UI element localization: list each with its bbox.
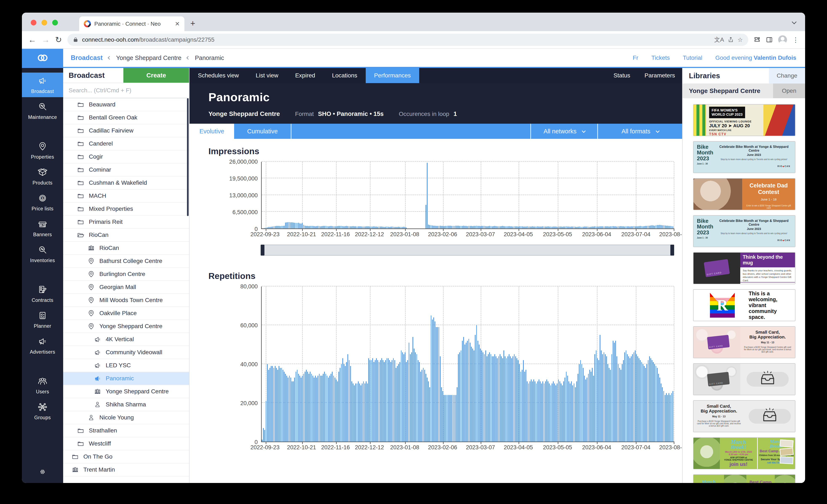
window-controls[interactable] (31, 20, 58, 25)
settings-button[interactable] (22, 467, 63, 478)
library-thumbnail-fifa-1[interactable]: FIFA WOMEN'SWORLD CUP 2023 OFFICIAL VIEW… (693, 104, 795, 136)
tree-item-trent-martin[interactable]: Trent Martin (63, 463, 189, 477)
forward-button[interactable]: → (42, 35, 50, 44)
tree-item-beauward[interactable]: Beauward (63, 98, 189, 111)
rail-item-price-lists[interactable]: $ Price lists (22, 190, 63, 215)
library-thumbnail-march-camp-11[interactable]: MarchBreak! Best CampAround! March 13th … (693, 474, 795, 483)
button-parameters[interactable]: Parameters (637, 68, 682, 83)
tree-item-panoramic[interactable]: Panoramic (63, 372, 189, 385)
tree-item-georgian-mall[interactable]: Georgian Mall (63, 281, 189, 294)
tickets-link[interactable]: Tickets (651, 54, 670, 61)
rail-item-advertisers[interactable]: Advertisers (22, 333, 63, 358)
tree-item-cadillac-fairview[interactable]: Cadillac Fairview (63, 124, 189, 137)
tree-item-westcliff[interactable]: Westcliff (63, 437, 189, 450)
new-tab-button[interactable]: + (190, 19, 195, 28)
bookmark-star-icon[interactable]: ☆ (737, 37, 743, 43)
rail-item-products[interactable]: Products (22, 164, 63, 189)
tree-item-led-ysc[interactable]: LED YSC (63, 359, 189, 372)
minimize-window-button[interactable] (42, 20, 47, 25)
tree-item-burlington-centre[interactable]: Burlington Centre (63, 268, 189, 281)
tree-item-cominar[interactable]: Cominar (63, 163, 189, 176)
rail-item-properties[interactable]: Properties (22, 138, 63, 163)
tree-item-oakville-place[interactable]: Oakville Place (63, 307, 189, 320)
translate-icon[interactable]: 文A (714, 36, 724, 44)
create-button[interactable]: Create (124, 68, 189, 83)
rail-item-planner[interactable]: Planner (22, 307, 63, 332)
profile-avatar[interactable] (778, 35, 787, 44)
library-thumbnail-mug-5[interactable]: GIFT CARD Think beyond the mugSay thanks… (693, 252, 795, 284)
networks-filter-dropdown[interactable]: All networks (531, 124, 598, 139)
tree-item-cogir[interactable]: Cogir (63, 151, 189, 163)
share-icon[interactable] (728, 37, 734, 43)
rail-item-contracts[interactable]: Contracts (22, 281, 63, 306)
tree-item-canderel[interactable]: Canderel (63, 137, 189, 151)
tree-item-nicole-young[interactable]: Nicole Young (63, 411, 189, 424)
breadcrumb-campaign[interactable]: Panoramic (195, 54, 224, 61)
tree-scrollbar[interactable] (187, 98, 189, 216)
side-panel-icon[interactable] (766, 37, 773, 43)
tree-item-mach[interactable]: MACH (63, 189, 189, 203)
tree-item-yonge-sheppard-centre[interactable]: Yonge Sheppard Centre (63, 385, 189, 398)
breadcrumb-property[interactable]: Yonge Sheppard Centre (116, 54, 182, 61)
tree-item-cushman-wakefield[interactable]: Cushman & Wakefield (63, 176, 189, 189)
reload-button[interactable]: ↻ (55, 35, 62, 44)
neo-connect-logo[interactable] (22, 49, 63, 67)
library-thumbnail-bike-2[interactable]: BikeMonth2023 June 1 - 30 Celebrate Bike… (693, 141, 795, 173)
tutorial-link[interactable]: Tutorial (683, 54, 702, 61)
tab-schedules-view[interactable]: Schedules view (190, 68, 247, 83)
language-toggle-link[interactable]: Fr (633, 54, 638, 61)
tab-list-view[interactable]: List view (247, 68, 287, 83)
tree-item-primaris-reit[interactable]: Primaris Reit (63, 216, 189, 229)
rail-item-groups[interactable]: Groups (22, 399, 63, 424)
rail-item-maintenance[interactable]: Maintenance (22, 99, 63, 123)
date-range-slider[interactable] (261, 245, 674, 256)
range-handle-right[interactable] (670, 245, 674, 256)
tab-cumulative[interactable]: Cumulative (234, 124, 291, 139)
tree-item-riocan[interactable]: RioCan (63, 229, 189, 242)
tree-item-4k-vertical[interactable]: 4K Vertical (63, 333, 189, 346)
tree-search-input[interactable] (63, 87, 189, 94)
formats-filter-dropdown[interactable]: All formats (598, 124, 682, 139)
library-thumbnail-card-pink-7[interactable]: GIFT CARDSmall Card,Big Appreciation. Ma… (693, 326, 795, 358)
tab-locations[interactable]: Locations (324, 68, 366, 83)
rail-item-inventories[interactable]: Inventories (22, 242, 63, 266)
library-thumbnail-march-join-10[interactable]: MarchBreak! March 13th to 17th, 20238:30… (693, 437, 795, 469)
open-library-button[interactable]: Open (773, 83, 805, 98)
tab-search-chevron-icon[interactable] (792, 19, 797, 24)
tree-item-bentall-green-oak[interactable]: Bentall Green Oak (63, 111, 189, 124)
back-button[interactable]: ← (28, 35, 36, 44)
browser-tab[interactable]: Panoramic · Connect · Neo ✕ (79, 16, 185, 31)
change-library-button[interactable]: Change (769, 68, 805, 83)
tree-item-yonge-sheppard-centre[interactable]: Yonge Sheppard Centre (63, 320, 189, 333)
library-thumbnail-bike-4[interactable]: BikeMonth2023 June 1 - 30 Celebrate Bike… (693, 215, 795, 247)
rail-item-broadcast[interactable]: Broadcast (22, 72, 63, 97)
range-handle-left[interactable] (261, 245, 264, 256)
library-thumbnail-dad-3[interactable]: Celebrate Dad ContestJune 1 - 18Enter to… (693, 178, 795, 210)
tree-item-bathurst-college-centre[interactable]: Bathurst College Centre (63, 255, 189, 268)
close-window-button[interactable] (31, 20, 37, 25)
tree-item-mixed-properties[interactable]: Mixed Properties (63, 203, 189, 216)
tree-item-shikha-sharma[interactable]: Shikha Sharma (63, 398, 189, 411)
tree-item-strathallen[interactable]: Strathallen (63, 424, 189, 437)
tree-item-riocan[interactable]: RioCan (63, 242, 189, 255)
tab-expired[interactable]: Expired (287, 68, 324, 83)
url-text[interactable]: connect.neo-ooh.com/broadcast/campaigns/… (82, 37, 710, 43)
tab-performances[interactable]: Performances (366, 68, 419, 83)
library-thumbnail-card-gray-8[interactable]: GIFT CARD (693, 363, 795, 395)
extensions-puzzle-icon[interactable] (754, 37, 761, 43)
library-thumbnail-card-gray-text-9[interactable]: Small Card,Big Appreciation. May 11 - 13… (693, 400, 795, 432)
tab-evolutive[interactable]: Evolutive (190, 124, 234, 139)
rail-item-banners[interactable]: Banners (22, 216, 63, 240)
tree-item-mill-woods-town-centre[interactable]: Mill Woods Town Centre (63, 294, 189, 307)
rail-item-users[interactable]: Users (22, 373, 63, 398)
tree-item-community-videowall[interactable]: Community Videowall (63, 346, 189, 359)
button-status[interactable]: Status (606, 68, 637, 83)
browser-menu-icon[interactable]: ⋮ (792, 36, 799, 44)
address-bar[interactable]: connect.neo-ooh.com/broadcast/campaigns/… (67, 34, 748, 46)
user-greeting[interactable]: Good evening Valentin Dufois (716, 54, 796, 61)
library-thumbnail-pride-6[interactable]: R This is awelcoming,vibrantcommunityspa… (693, 289, 795, 321)
tree-item-on-the-go[interactable]: On The Go (63, 450, 189, 463)
tab-close-icon[interactable]: ✕ (175, 20, 180, 27)
zoom-window-button[interactable] (52, 20, 58, 25)
breadcrumb-root[interactable]: Broadcast (71, 54, 103, 62)
